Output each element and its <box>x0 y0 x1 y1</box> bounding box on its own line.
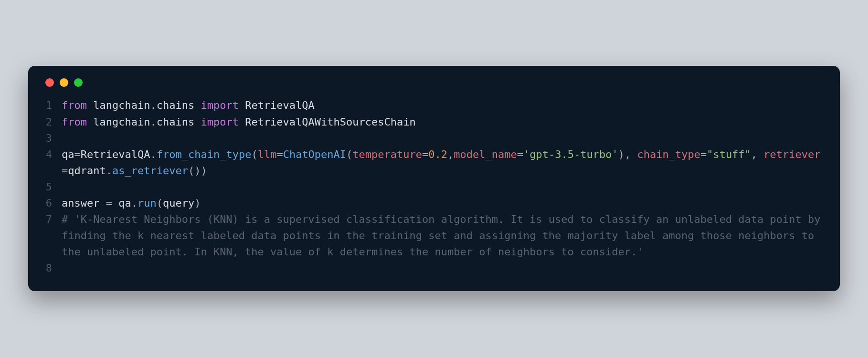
line-number: 4 <box>42 147 62 163</box>
code-line: 1 from langchain.chains import Retrieval… <box>42 97 826 114</box>
code-line: 4 qa=RetrievalQA.from_chain_type(llm=Cha… <box>42 147 826 179</box>
maximize-icon[interactable] <box>74 78 83 87</box>
close-icon[interactable] <box>45 78 54 87</box>
code-line: 5 <box>42 179 826 195</box>
line-number: 1 <box>42 97 62 114</box>
code-line: 2 from langchain.chains import Retrieval… <box>42 114 826 130</box>
line-number: 6 <box>42 195 62 211</box>
code-content: # 'K-Nearest Neighbors (KNN) is a superv… <box>62 211 826 260</box>
code-block: 1 from langchain.chains import Retrieval… <box>42 97 826 276</box>
code-content: from langchain.chains import RetrievalQA <box>62 97 826 114</box>
code-line: 8 <box>42 260 826 276</box>
code-line: 3 <box>42 130 826 147</box>
line-number: 2 <box>42 114 62 130</box>
line-number: 5 <box>42 179 62 195</box>
code-line: 7 # 'K-Nearest Neighbors (KNN) is a supe… <box>42 211 826 260</box>
code-content: qa=RetrievalQA.from_chain_type(llm=ChatO… <box>62 147 826 179</box>
line-number: 8 <box>42 260 62 276</box>
line-number: 3 <box>42 130 62 147</box>
code-line: 6 answer = qa.run(query) <box>42 195 826 211</box>
code-content: from langchain.chains import RetrievalQA… <box>62 114 826 130</box>
traffic-lights <box>45 78 826 87</box>
line-number: 7 <box>42 211 62 228</box>
minimize-icon[interactable] <box>60 78 68 87</box>
code-window: 1 from langchain.chains import Retrieval… <box>28 66 840 291</box>
code-content: answer = qa.run(query) <box>62 195 826 211</box>
